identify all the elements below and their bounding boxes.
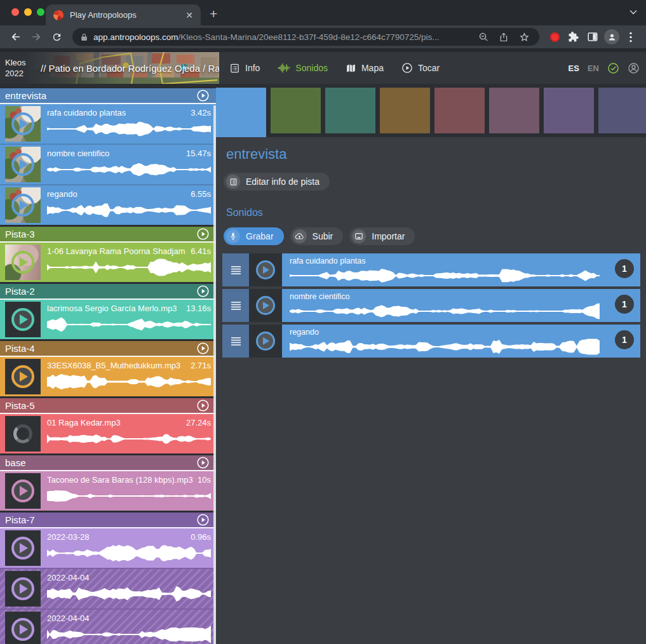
nav-tab-mapa[interactable]: Mapa xyxy=(346,63,384,74)
track-play-icon[interactable] xyxy=(196,399,210,412)
sidebar-sound[interactable]: 01 Raga Kedar.mp3 27.24s xyxy=(0,414,216,453)
sound-waveform[interactable] xyxy=(47,119,211,138)
track-tile[interactable] xyxy=(434,88,485,133)
play-overlay-icon[interactable] xyxy=(256,260,275,279)
track-header[interactable]: Pista-7 xyxy=(0,513,216,528)
extensions-puzzle-icon[interactable] xyxy=(565,28,582,46)
sound-waveform[interactable] xyxy=(47,625,211,644)
track-tile[interactable] xyxy=(271,88,321,133)
back-button[interactable] xyxy=(6,27,25,46)
new-tab-button[interactable]: + xyxy=(210,6,217,22)
sound-thumbnail[interactable] xyxy=(5,147,41,182)
sidebar-sound[interactable]: nombre cientifico 15.47s xyxy=(0,145,216,184)
play-overlay-icon[interactable] xyxy=(11,194,34,217)
saved-check-icon[interactable] xyxy=(607,62,619,74)
language-es[interactable]: ES xyxy=(569,64,579,73)
track-header[interactable]: Pista-2 xyxy=(0,284,216,300)
reload-button[interactable] xyxy=(47,27,66,46)
sidebar-sound[interactable]: 2022-04-04 xyxy=(0,569,216,608)
sound-waveform[interactable] xyxy=(47,315,211,334)
play-overlay-icon[interactable] xyxy=(11,480,34,502)
tab-close-icon[interactable]: ✕ xyxy=(185,11,193,20)
project-hero[interactable]: Kleos 2022 // Patio en Bordador Rodrígue… xyxy=(0,52,219,84)
url-bar[interactable]: app.antropoloops.com/Kleos-Santa-Marina/… xyxy=(72,28,539,46)
track-header[interactable]: Pista-4 xyxy=(0,341,216,357)
zoom-window-button[interactable] xyxy=(37,8,44,16)
import-button[interactable]: Importar xyxy=(349,227,415,245)
play-overlay-icon[interactable] xyxy=(11,153,34,176)
play-overlay-icon[interactable] xyxy=(11,618,34,641)
sound-thumbnail[interactable] xyxy=(5,359,41,394)
browser-tab[interactable]: Play Antropoloops ✕ xyxy=(46,4,201,25)
nav-tab-tocar[interactable]: Tocar xyxy=(401,62,440,74)
record-button[interactable]: Grabar xyxy=(224,227,284,245)
play-overlay-icon[interactable] xyxy=(11,308,34,331)
record-extension-icon[interactable] xyxy=(546,28,563,46)
sound-thumbnail[interactable] xyxy=(5,571,41,607)
minimize-window-button[interactable] xyxy=(24,8,32,16)
sound-waveform[interactable] xyxy=(47,544,211,563)
sound-thumbnail[interactable] xyxy=(5,106,41,142)
sidebar-sound[interactable]: 2022-04-04 xyxy=(0,610,216,644)
track-play-icon[interactable] xyxy=(196,456,210,469)
account-icon[interactable] xyxy=(628,62,640,74)
track-header[interactable]: Pista-5 xyxy=(0,398,216,414)
bookmark-star-icon[interactable] xyxy=(516,29,532,44)
play-overlay-icon[interactable] xyxy=(256,332,275,351)
sidebar-scrollbar[interactable] xyxy=(213,105,216,644)
sound-waveform[interactable] xyxy=(290,338,600,356)
sound-thumbnail[interactable] xyxy=(5,473,41,509)
play-overlay-icon[interactable] xyxy=(11,537,34,560)
play-overlay-icon[interactable] xyxy=(11,365,34,388)
track-play-icon[interactable] xyxy=(196,285,210,298)
track-header[interactable]: base xyxy=(0,455,216,471)
edit-track-info-button[interactable]: Editar info de pista xyxy=(224,173,330,191)
track-play-icon[interactable] xyxy=(196,227,210,241)
sound-waveform[interactable] xyxy=(290,302,600,320)
panel-sound-row[interactable]: regando 1 xyxy=(222,325,640,358)
track-tile[interactable] xyxy=(489,88,539,133)
sidebar-sound[interactable]: Taconeo de Sara Baras (128 kbps).mp3 10s xyxy=(0,471,216,511)
sound-waveform[interactable] xyxy=(47,584,211,603)
track-tile[interactable] xyxy=(544,88,594,133)
sidebar-sound[interactable]: 2022-03-28 0.96s xyxy=(0,528,216,568)
sidebar-sound[interactable]: regando 6.55s xyxy=(0,185,216,225)
app-logo[interactable]: Kleos 2022 xyxy=(5,57,26,79)
zoom-out-icon[interactable] xyxy=(476,29,491,44)
panel-sound-row[interactable]: nombre cientifico 1 xyxy=(222,289,640,322)
panel-sound-row[interactable]: rafa cuidando plantas 1 xyxy=(222,253,640,286)
sidebar-sound[interactable]: rafa cuidando plantas 3.42s xyxy=(0,104,216,144)
track-play-icon[interactable] xyxy=(196,342,210,355)
track-play-icon[interactable] xyxy=(196,89,210,102)
sound-waveform[interactable] xyxy=(47,429,211,448)
sidebar-sound[interactable]: 33ESX6038_B5_Muthedukkum.mp3 2.71s xyxy=(0,357,216,396)
sound-thumbnail[interactable] xyxy=(5,302,41,337)
play-overlay-icon[interactable] xyxy=(11,112,34,135)
track-play-icon[interactable] xyxy=(196,513,210,527)
language-en[interactable]: EN xyxy=(588,64,599,73)
sound-thumbnail[interactable] xyxy=(249,253,282,286)
sound-thumbnail[interactable] xyxy=(5,612,41,644)
forward-button[interactable] xyxy=(27,27,46,46)
play-overlay-icon[interactable] xyxy=(11,577,34,600)
sound-thumbnail[interactable] xyxy=(5,530,41,566)
upload-button[interactable]: Subir xyxy=(290,227,344,245)
tab-search-chevron-icon[interactable] xyxy=(629,10,637,15)
sound-waveform[interactable] xyxy=(47,258,211,277)
share-icon[interactable] xyxy=(496,29,511,44)
play-overlay-icon[interactable] xyxy=(11,251,34,274)
drag-handle[interactable] xyxy=(222,253,249,286)
sound-thumbnail[interactable] xyxy=(249,325,282,358)
nav-tab-info[interactable]: Info xyxy=(229,63,260,74)
sound-waveform[interactable] xyxy=(47,486,211,506)
sound-thumbnail[interactable] xyxy=(249,289,282,322)
nav-tab-sonidos[interactable]: Sonidos xyxy=(278,62,328,74)
sound-thumbnail[interactable] xyxy=(5,416,41,452)
track-tile[interactable] xyxy=(380,88,430,133)
sound-waveform[interactable] xyxy=(47,372,211,391)
track-tile[interactable] xyxy=(598,88,646,133)
sound-waveform[interactable] xyxy=(47,160,211,179)
sidebar-sound[interactable]: lacrimosa Sergio García Merlo.mp3 13.16s xyxy=(0,300,216,339)
play-overlay-icon[interactable] xyxy=(256,296,275,315)
sound-waveform[interactable] xyxy=(47,201,211,220)
